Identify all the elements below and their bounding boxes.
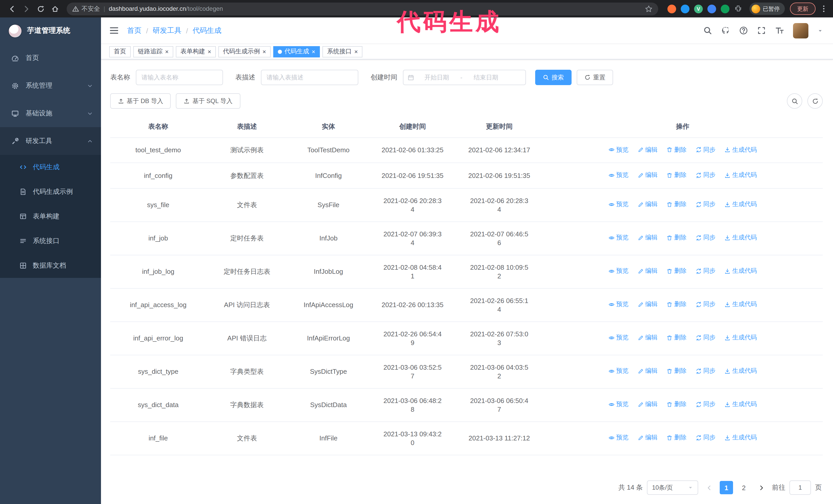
delete-link[interactable]: 删除: [666, 433, 686, 442]
tab-close-icon[interactable]: ×: [262, 48, 266, 55]
search-icon[interactable]: [703, 26, 712, 35]
generate-code-link[interactable]: 生成代码: [724, 171, 757, 179]
help-icon[interactable]: [739, 26, 748, 35]
browser-menu-icon[interactable]: [820, 5, 828, 13]
browser-home-button[interactable]: [48, 2, 62, 16]
preview-link[interactable]: 预览: [609, 200, 628, 209]
tab-close-icon[interactable]: ×: [354, 48, 358, 55]
delete-link[interactable]: 删除: [666, 171, 686, 179]
delete-link[interactable]: 删除: [666, 367, 686, 376]
sidebar-subitem-codegen[interactable]: 代码生成: [0, 155, 101, 179]
tab-close-icon[interactable]: ×: [208, 48, 211, 55]
sync-link[interactable]: 同步: [696, 334, 716, 342]
delete-link[interactable]: 删除: [666, 334, 686, 342]
sync-link[interactable]: 同步: [696, 300, 716, 309]
delete-link[interactable]: 删除: [666, 300, 686, 309]
tab-codegen-example[interactable]: 代码生成示例 ×: [218, 46, 271, 57]
toggle-search-button[interactable]: [787, 93, 802, 109]
table-desc-input[interactable]: [261, 70, 358, 85]
breadcrumb-home[interactable]: 首页: [127, 26, 142, 35]
font-size-icon[interactable]: [775, 26, 784, 35]
reset-button[interactable]: 重置: [577, 70, 613, 85]
tab-form-builder[interactable]: 表单构建 ×: [176, 46, 216, 57]
delete-link[interactable]: 删除: [666, 400, 686, 409]
browser-reload-button[interactable]: [34, 2, 47, 16]
user-avatar[interactable]: [793, 23, 808, 38]
end-date-input[interactable]: [465, 74, 507, 81]
delete-link[interactable]: 删除: [666, 234, 686, 242]
edit-link[interactable]: 编辑: [638, 300, 658, 309]
extension-icon-orange[interactable]: [667, 4, 676, 13]
edit-link[interactable]: 编辑: [638, 433, 658, 442]
table-name-input[interactable]: [136, 70, 223, 85]
import-sql-button[interactable]: 基于 SQL 导入: [176, 93, 240, 109]
browser-forward-button[interactable]: [20, 2, 33, 16]
start-date-input[interactable]: [415, 74, 458, 81]
extension-icon-vue-devtools[interactable]: V: [694, 4, 703, 13]
sidebar-subitem-form-builder[interactable]: 表单构建: [0, 204, 101, 229]
edit-link[interactable]: 编辑: [638, 145, 658, 154]
generate-code-link[interactable]: 生成代码: [724, 367, 757, 376]
generate-code-link[interactable]: 生成代码: [724, 234, 757, 242]
generate-code-link[interactable]: 生成代码: [724, 200, 757, 209]
preview-link[interactable]: 预览: [609, 400, 628, 409]
edit-link[interactable]: 编辑: [638, 400, 658, 409]
sidebar-item-dev-tools[interactable]: 研发工具: [0, 127, 101, 155]
date-range-picker[interactable]: -: [403, 70, 526, 85]
sync-link[interactable]: 同步: [696, 433, 716, 442]
sidebar-subitem-system-api[interactable]: 系统接口: [0, 229, 101, 253]
preview-link[interactable]: 预览: [609, 234, 628, 242]
tab-codegen[interactable]: 代码生成 ×: [273, 46, 320, 57]
tab-system-api[interactable]: 系统接口 ×: [323, 46, 362, 57]
import-db-button[interactable]: 基于 DB 导入: [110, 93, 171, 109]
paused-profile-badge[interactable]: 已暂停: [749, 3, 785, 15]
edit-link[interactable]: 编辑: [638, 234, 658, 242]
browser-update-button[interactable]: 更新: [790, 3, 815, 15]
edit-link[interactable]: 编辑: [638, 367, 658, 376]
page-size-select[interactable]: 10条/页: [647, 480, 698, 495]
sync-link[interactable]: 同步: [696, 145, 716, 154]
hamburger-icon[interactable]: [109, 26, 119, 35]
search-button[interactable]: 搜索: [535, 70, 572, 85]
edit-link[interactable]: 编辑: [638, 267, 658, 275]
generate-code-link[interactable]: 生成代码: [724, 433, 757, 442]
preview-link[interactable]: 预览: [609, 171, 628, 179]
sync-link[interactable]: 同步: [696, 200, 716, 209]
delete-link[interactable]: 删除: [666, 200, 686, 209]
preview-link[interactable]: 预览: [609, 433, 628, 442]
sidebar-item-infrastructure[interactable]: 基础设施: [0, 99, 101, 127]
fullscreen-icon[interactable]: [757, 26, 766, 35]
github-icon[interactable]: [721, 26, 730, 35]
delete-link[interactable]: 删除: [666, 145, 686, 154]
extension-icon-blue[interactable]: [681, 4, 689, 13]
bookmark-star-icon[interactable]: [645, 5, 652, 13]
generate-code-link[interactable]: 生成代码: [724, 300, 757, 309]
page-button-1[interactable]: 1: [720, 481, 733, 494]
sidebar-subitem-db-doc[interactable]: 数据库文档: [0, 253, 101, 278]
edit-link[interactable]: 编辑: [638, 334, 658, 342]
delete-link[interactable]: 删除: [666, 267, 686, 275]
extension-icon-people[interactable]: [708, 4, 716, 13]
address-bar[interactable]: 不安全 | dashboard.yudao.iocoder.cn/tool/co…: [67, 2, 658, 15]
tab-home[interactable]: 首页: [109, 46, 131, 57]
avatar-caret-icon[interactable]: [818, 28, 823, 33]
prev-page-button[interactable]: [702, 481, 716, 494]
extension-icon-green[interactable]: [721, 4, 730, 13]
next-page-button[interactable]: [755, 481, 768, 494]
preview-link[interactable]: 预览: [609, 145, 628, 154]
tab-close-icon[interactable]: ×: [165, 48, 169, 55]
sidebar-item-home[interactable]: 首页: [0, 44, 101, 72]
breadcrumb-dev-tools[interactable]: 研发工具: [153, 26, 182, 35]
tab-trace[interactable]: 链路追踪 ×: [133, 46, 173, 57]
sidebar-subitem-codegen-example[interactable]: 代码生成示例: [0, 179, 101, 204]
preview-link[interactable]: 预览: [609, 334, 628, 342]
security-indicator[interactable]: 不安全: [72, 4, 100, 13]
edit-link[interactable]: 编辑: [638, 171, 658, 179]
generate-code-link[interactable]: 生成代码: [724, 145, 757, 154]
preview-link[interactable]: 预览: [609, 300, 628, 309]
sync-link[interactable]: 同步: [696, 234, 716, 242]
preview-link[interactable]: 预览: [609, 367, 628, 376]
tab-close-icon[interactable]: ×: [312, 48, 315, 55]
extensions-puzzle-icon[interactable]: [734, 5, 742, 13]
goto-page-input[interactable]: [789, 480, 811, 495]
